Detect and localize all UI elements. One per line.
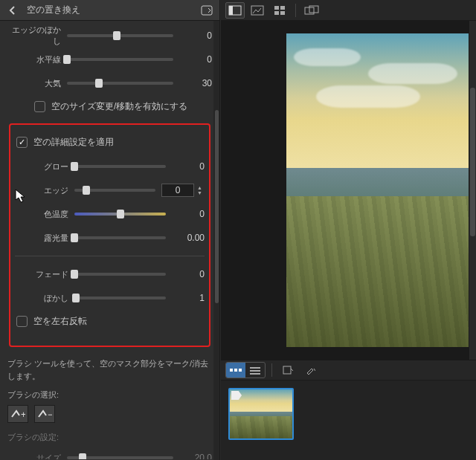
slider-thumb[interactable] (72, 294, 80, 302)
slider-value: 0 (179, 54, 212, 65)
panel-body: エッジのぼかし0水平線0大気30 空のサイズ変更/移動を有効にする 空の詳細設定… (0, 21, 219, 459)
slider-value: 0 (179, 30, 212, 41)
preview-scroll-thumb[interactable] (470, 88, 475, 236)
slider-track[interactable] (67, 34, 173, 37)
slider-track[interactable] (74, 297, 166, 299)
top-toolbar (221, 0, 476, 21)
slider-label: 色温度 (15, 209, 74, 220)
slider-track[interactable] (74, 273, 166, 276)
slider-value: 0.00 (172, 233, 205, 243)
back-button[interactable] (6, 4, 19, 17)
slider-value: 1 (172, 293, 205, 303)
filmstrip (221, 380, 476, 460)
slider-label: エッジ (15, 185, 74, 196)
preview-ground (286, 196, 476, 347)
slider-row-サイズ: サイズ20.0 (7, 447, 212, 459)
eyedropper-icon (305, 365, 315, 375)
slider-row-大気: 大気30 (7, 73, 212, 94)
slider-thumb[interactable] (113, 31, 120, 40)
slider-thumb[interactable] (71, 233, 78, 242)
apply-advanced-checkbox[interactable] (16, 137, 28, 148)
spinner[interactable]: ▲▼ (197, 185, 205, 195)
slider-label: エッジのぼかし (7, 25, 67, 47)
view-dual-icon (304, 5, 319, 16)
view-mode-3[interactable] (270, 2, 289, 19)
brush-select-label: ブラシの選択: (7, 389, 212, 401)
enable-resize-move-checkbox[interactable] (34, 101, 45, 112)
svg-text:+: + (21, 409, 25, 420)
slider-track[interactable] (67, 58, 173, 61)
panel-title: 空の置き換え (27, 4, 200, 16)
apply-advanced-row: 空の詳細設定を適用 (15, 132, 205, 152)
slider-value: 20.0 (179, 453, 212, 459)
view-grid-icon (274, 5, 286, 16)
brush-subtract-button[interactable]: − (34, 405, 55, 423)
slider-thumb[interactable] (95, 79, 103, 88)
left-panel-scrollbar[interactable] (213, 21, 219, 460)
preview-scrollbar[interactable] (469, 21, 476, 360)
slider-row-フェード: フェード0 (15, 264, 205, 285)
view-mode-2[interactable] (248, 2, 267, 19)
spinner-down-icon[interactable]: ▼ (197, 190, 205, 195)
view-image-panel-icon (228, 5, 242, 16)
slider-row-色温度: 色温度0 (15, 204, 205, 224)
panel-header: 空の置き換え (0, 0, 219, 21)
slider-track[interactable] (67, 82, 173, 85)
flip-sky-checkbox[interactable] (16, 316, 28, 327)
slider-row-グロー: グロー0 (15, 156, 205, 177)
filmstrip-tool-1[interactable] (278, 362, 298, 378)
slider-track[interactable] (74, 165, 166, 168)
slider-label: 水平線 (7, 54, 67, 65)
slider-label: 露光量 (15, 233, 74, 244)
preview-sky (286, 33, 476, 178)
slider-row-露光量: 露光量0.00 (15, 227, 205, 248)
slider-thumb[interactable] (79, 453, 86, 459)
slider-value: 0 (172, 209, 205, 219)
slider-row-水平線: 水平線0 (7, 49, 212, 70)
view-mode-4[interactable] (302, 2, 321, 19)
slider-label: サイズ (7, 453, 67, 460)
slider-thumb[interactable] (63, 55, 71, 64)
slider-thumb[interactable] (83, 186, 90, 195)
svg-rect-7 (280, 6, 285, 10)
filmstrip-list-view[interactable] (245, 363, 265, 378)
slider-track[interactable] (67, 456, 173, 459)
slider-thumb[interactable] (117, 210, 124, 218)
filmstrip-toolbar (221, 360, 476, 380)
enable-resize-move-row: 空のサイズ変更/移動を有効にする (7, 97, 212, 116)
back-arrow-icon (7, 5, 18, 16)
svg-rect-13 (234, 369, 237, 372)
slider-thumb[interactable] (71, 270, 78, 279)
slider-track[interactable] (74, 213, 166, 216)
preview-area[interactable] (221, 21, 476, 360)
slider-label: 大気 (7, 78, 67, 89)
svg-rect-9 (280, 11, 285, 15)
slider-label: グロー (15, 161, 74, 172)
right-panel (221, 0, 476, 460)
preview-image (286, 33, 476, 347)
filmstrip-tool-2[interactable] (300, 362, 320, 378)
brush-add-button[interactable]: + (7, 405, 28, 423)
brush-select-buttons: + − (7, 405, 212, 423)
filmstrip-thumb-view[interactable] (226, 363, 245, 378)
slider-track[interactable] (74, 236, 166, 239)
slider-value[interactable]: 0 (161, 184, 194, 197)
slider-thumb[interactable] (71, 162, 78, 171)
apply-advanced-label: 空の詳細設定を適用 (33, 136, 114, 149)
left-panel: 空の置き換え エッジのぼかし0水平線0大気30 空のサイズ変更/移動を有効にする… (0, 0, 220, 460)
toolbar-separator (295, 4, 296, 17)
svg-text:−: − (48, 409, 52, 420)
thumbnail-1[interactable] (228, 388, 294, 440)
svg-rect-16 (250, 370, 260, 372)
panel-menu-button[interactable] (200, 4, 213, 17)
view-image-icon (251, 5, 264, 16)
film-list-icon (248, 366, 262, 375)
slider-value: 0 (172, 269, 205, 279)
film-thumb-icon (229, 366, 242, 375)
spinner-up-icon[interactable]: ▲ (197, 185, 205, 190)
slider-track[interactable] (74, 189, 155, 192)
left-panel-scroll-thumb[interactable] (215, 110, 219, 303)
slider-value: 30 (179, 78, 212, 88)
view-mode-1[interactable] (225, 2, 245, 19)
slider-row-ぼかし: ぼかし1 (15, 288, 205, 308)
